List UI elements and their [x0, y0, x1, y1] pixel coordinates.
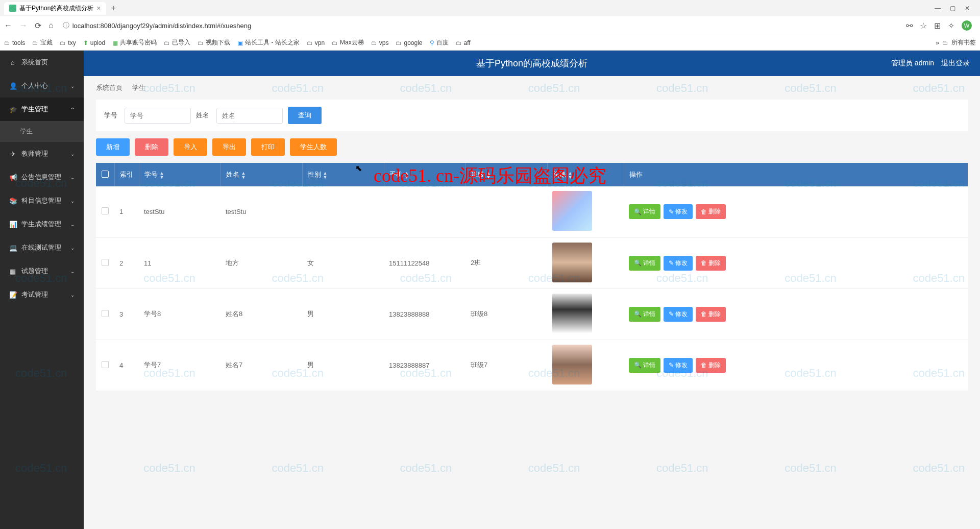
browser-tab[interactable]: 基于Python的高校成绩分析 × — [4, 2, 106, 15]
sidebar-item-online-test[interactable]: 💻在线测试管理⌄ — [0, 236, 84, 259]
col-avatar[interactable]: 头像▲▼ — [547, 163, 624, 186]
bookmark-item[interactable]: 🗀google — [396, 39, 422, 46]
user-label[interactable]: 管理员 admin — [891, 59, 934, 68]
sidebar-item-profile[interactable]: 👤个人中心⌄ — [0, 74, 84, 98]
bookmark-item[interactable]: 🗀aff — [456, 39, 471, 46]
detail-button[interactable]: 🔍详情 — [629, 204, 660, 219]
row-delete-button[interactable]: 🗑删除 — [696, 256, 726, 271]
trash-icon: 🗑 — [701, 259, 707, 267]
row-checkbox[interactable] — [102, 259, 109, 266]
edit-icon: ✎ — [669, 208, 674, 215]
sidebar-subitem-student[interactable]: 学生 — [0, 121, 84, 142]
sidebar-item-question[interactable]: ▦试题管理⌄ — [0, 259, 84, 283]
folder-icon: 🗀 — [456, 39, 462, 46]
search-input-name[interactable] — [216, 108, 283, 124]
logout-link[interactable]: 退出登录 — [941, 59, 970, 68]
url-input[interactable]: ⓘ localhost:8080/djangoyf29y/admin/dist/… — [59, 19, 901, 32]
sidebar-item-subject[interactable]: 📚科目信息管理⌄ — [0, 189, 84, 212]
avatar[interactable] — [552, 294, 592, 333]
col-name[interactable]: 姓名▲▼ — [220, 163, 302, 186]
search-button[interactable]: 查询 — [288, 107, 322, 124]
row-checkbox[interactable] — [102, 310, 109, 317]
bookmark-item[interactable]: 🗀txy — [60, 39, 76, 46]
select-all-checkbox[interactable] — [102, 171, 109, 178]
forward-icon[interactable]: → — [19, 21, 28, 31]
row-delete-button[interactable]: 🗑删除 — [696, 358, 726, 373]
folder-icon: 🗀 — [942, 39, 948, 46]
count-button[interactable]: 学生人数 — [290, 138, 337, 156]
sheet-icon: ▦ — [112, 39, 118, 46]
close-window-icon[interactable]: ✕ — [965, 5, 970, 12]
detail-button[interactable]: 🔍详情 — [629, 256, 660, 271]
col-phone[interactable]: 手机▲▼ — [384, 163, 465, 186]
add-button[interactable]: 新增 — [96, 138, 130, 156]
bookmark-item[interactable]: 🗀视频下载 — [198, 38, 230, 47]
bookmark-item[interactable]: ⚲百度 — [430, 38, 449, 47]
reload-icon[interactable]: ⟳ — [35, 21, 41, 31]
link-icon[interactable]: ⚯ — [906, 21, 913, 31]
sidebar-item-notice[interactable]: 📢公告信息管理⌄ — [0, 165, 84, 189]
bookmark-item[interactable]: 🗀vpn — [307, 39, 325, 46]
app-root: ⌂系统首页 👤个人中心⌄ 🎓学生管理⌃ 学生 ✈教师管理⌄ 📢公告信息管理⌄ 📚… — [0, 51, 980, 529]
row-checkbox[interactable] — [102, 361, 109, 368]
puzzle-icon[interactable]: ✧ — [948, 21, 954, 31]
edit-button[interactable]: ✎修改 — [664, 358, 693, 373]
col-sid[interactable]: 学号▲▼ — [139, 163, 220, 186]
sidebar-item-exam[interactable]: 📝考试管理⌄ — [0, 283, 84, 306]
search-input-sid[interactable] — [125, 108, 191, 124]
col-index[interactable]: 索引 — [114, 163, 139, 186]
bookmark-item[interactable]: 🗀Max云梯 — [332, 38, 364, 47]
new-tab-button[interactable]: + — [106, 4, 121, 13]
row-delete-button[interactable]: 🗑删除 — [696, 204, 726, 219]
search-icon: 🔍 — [634, 259, 642, 267]
bookmark-item[interactable]: 🗀vps — [371, 39, 389, 46]
detail-button[interactable]: 🔍详情 — [629, 358, 660, 373]
home-icon[interactable]: ⌂ — [48, 21, 54, 31]
close-icon[interactable]: × — [96, 4, 101, 12]
export-button[interactable]: 导出 — [212, 138, 246, 156]
sidebar-item-grade[interactable]: 📊学生成绩管理⌄ — [0, 212, 84, 236]
col-gender[interactable]: 性别▲▼ — [302, 163, 384, 186]
bookmarks-overflow[interactable]: » 🗀 所有书签 — [936, 38, 976, 47]
back-icon[interactable]: ← — [4, 21, 12, 31]
edit-button[interactable]: ✎修改 — [664, 256, 693, 271]
search-icon: 🔍 — [634, 310, 642, 318]
row-delete-button[interactable]: 🗑删除 — [696, 307, 726, 322]
sidebar-item-student[interactable]: 🎓学生管理⌃ — [0, 98, 84, 121]
bookmark-item[interactable]: 🗀宝藏 — [32, 38, 53, 47]
tab-title: 基于Python的高校成绩分析 — [19, 4, 93, 13]
sidebar-item-home[interactable]: ⌂系统首页 — [0, 51, 84, 74]
import-button[interactable]: 导入 — [174, 138, 207, 156]
browser-chrome: 基于Python的高校成绩分析 × + — ▢ ✕ ← → ⟳ ⌂ ⓘ loca… — [0, 0, 980, 51]
avatar[interactable] — [552, 191, 592, 231]
col-class[interactable]: 班级▲▼ — [465, 163, 547, 186]
row-checkbox[interactable] — [102, 207, 109, 214]
app-header: 基于Python的高校成绩分析 管理员 admin 退出登录 — [84, 51, 980, 76]
bookmark-item[interactable]: ▣站长工具 - 站长之家 — [237, 38, 300, 47]
breadcrumb-home[interactable]: 系统首页 — [96, 84, 122, 91]
cell-actions: 🔍详情 ✎修改 🗑删除 — [624, 288, 968, 340]
bookmark-item[interactable]: 🗀已导入 — [164, 38, 190, 47]
print-button[interactable]: 打印 — [251, 138, 285, 156]
avatar[interactable] — [552, 243, 592, 282]
delete-button[interactable]: 删除 — [135, 138, 168, 156]
sidebar-item-teacher[interactable]: ✈教师管理⌄ — [0, 142, 84, 165]
edit-button[interactable]: ✎修改 — [664, 204, 693, 219]
bookmark-item[interactable]: ▦共享账号密码 — [112, 38, 157, 47]
window-controls: — ▢ ✕ — [935, 5, 976, 12]
chevron-down-icon: ⌄ — [70, 175, 75, 180]
trash-icon: 🗑 — [701, 362, 707, 369]
star-icon[interactable]: ☆ — [920, 21, 927, 31]
bookmark-item[interactable]: 🗀tools — [4, 39, 25, 46]
profile-avatar[interactable]: W — [962, 20, 972, 31]
table-row: 4 学号7 姓名7 男 13823888887 班级7 🔍详情 ✎修改 🗑删除 — [96, 340, 968, 391]
student-table: 索引 学号▲▼ 姓名▲▼ 性别▲▼ 手机▲▼ 班级▲▼ 头像▲▼ 操作 1 te… — [96, 163, 968, 391]
folder-icon: 🗀 — [198, 39, 204, 46]
avatar[interactable] — [552, 345, 592, 384]
bookmark-item[interactable]: ⬆uplod — [83, 39, 105, 46]
minimize-icon[interactable]: — — [935, 5, 941, 12]
edit-button[interactable]: ✎修改 — [664, 307, 693, 322]
maximize-icon[interactable]: ▢ — [950, 5, 955, 12]
extension-icon[interactable]: ⊞ — [934, 21, 941, 31]
detail-button[interactable]: 🔍详情 — [629, 307, 660, 322]
